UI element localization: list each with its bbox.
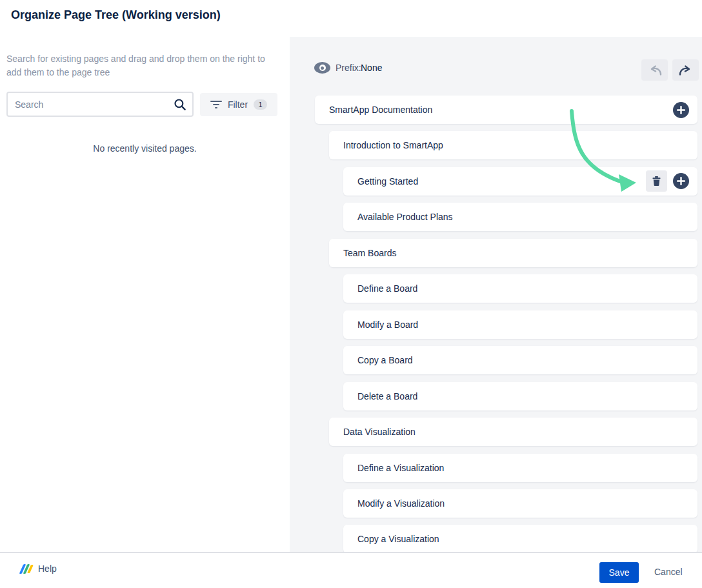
empty-state-message: No recently visited pages. — [0, 143, 290, 154]
instructions-text: Search for existing pages and drag and d… — [6, 52, 281, 79]
tree-row[interactable]: Available Product Plans — [343, 203, 697, 231]
filter-icon — [210, 101, 222, 108]
tree-row-label: Modify a Visualization — [357, 498, 445, 509]
tree-row-label: Team Boards — [343, 248, 396, 258]
cancel-button[interactable]: Cancel — [654, 567, 683, 577]
filter-label: Filter — [228, 99, 248, 110]
tree-row-label: Available Product Plans — [357, 212, 453, 222]
tree-row-label: Copy a Visualization — [357, 534, 439, 544]
tree-row[interactable]: Delete a Board — [343, 382, 697, 411]
footer-bar: Help Save Cancel — [0, 552, 702, 588]
search-panel: Search for existing pages and drag and d… — [0, 37, 290, 552]
add-child-page-button[interactable] — [673, 102, 689, 118]
trash-icon — [652, 176, 661, 187]
tree-row[interactable]: Data Visualization — [329, 418, 697, 446]
help-button[interactable]: Help — [21, 563, 57, 574]
page-title: Organize Page Tree (Working version) — [11, 8, 221, 22]
delete-page-button[interactable] — [646, 170, 667, 192]
tree-row[interactable]: Copy a Board — [343, 346, 697, 374]
tree-row[interactable]: Getting Started — [343, 167, 697, 196]
tree-row-label: Modify a Board — [357, 319, 418, 330]
save-button[interactable]: Save — [599, 562, 639, 583]
add-child-page-button[interactable] — [673, 173, 689, 189]
search-input[interactable] — [8, 93, 192, 116]
redo-button[interactable] — [672, 59, 699, 81]
organize-page-tree-dialog: Organize Page Tree (Working version) Sea… — [0, 0, 702, 588]
page-tree-panel: Prefix: None SmartApp DocumentationIntro… — [290, 37, 702, 552]
tree-row[interactable]: Copy a Visualization — [343, 525, 697, 552]
help-label: Help — [38, 563, 57, 574]
tree-row-label: Define a Visualization — [357, 463, 444, 473]
tree-row-label: Copy a Board — [357, 355, 413, 365]
filter-button[interactable]: Filter 1 — [200, 93, 277, 116]
tree-row-label: Data Visualization — [343, 427, 416, 437]
tree-row[interactable]: Team Boards — [329, 239, 697, 267]
search-box — [6, 92, 194, 117]
redo-icon — [678, 65, 694, 76]
prefix-value: None — [361, 63, 382, 73]
plus-icon — [677, 106, 685, 114]
row-actions — [673, 102, 697, 118]
history-toolbar — [641, 59, 699, 81]
tree-row-label: SmartApp Documentation — [329, 105, 432, 115]
tree-row-label: Define a Board — [357, 283, 417, 294]
undo-button[interactable] — [641, 59, 668, 81]
filter-count-badge: 1 — [254, 99, 267, 110]
tree-row[interactable]: Modify a Board — [343, 310, 697, 339]
tree-row[interactable]: SmartApp Documentation — [315, 96, 697, 124]
undo-icon — [647, 65, 663, 76]
tree-row[interactable]: Introduction to SmartApp — [329, 131, 697, 159]
plus-icon — [677, 177, 685, 185]
tree-row-label: Delete a Board — [357, 391, 417, 401]
tree-row-label: Introduction to SmartApp — [343, 140, 443, 150]
tree-row[interactable]: Define a Board — [343, 274, 697, 303]
search-icon — [174, 98, 186, 111]
prefix-label: Prefix: — [336, 63, 361, 73]
tree-row[interactable]: Define a Visualization — [343, 454, 697, 482]
tree-row[interactable]: Modify a Visualization — [343, 489, 697, 518]
tree-row-label: Getting Started — [357, 176, 418, 187]
eye-icon — [314, 62, 330, 74]
row-actions — [646, 170, 697, 192]
help-logo-icon — [21, 564, 32, 574]
